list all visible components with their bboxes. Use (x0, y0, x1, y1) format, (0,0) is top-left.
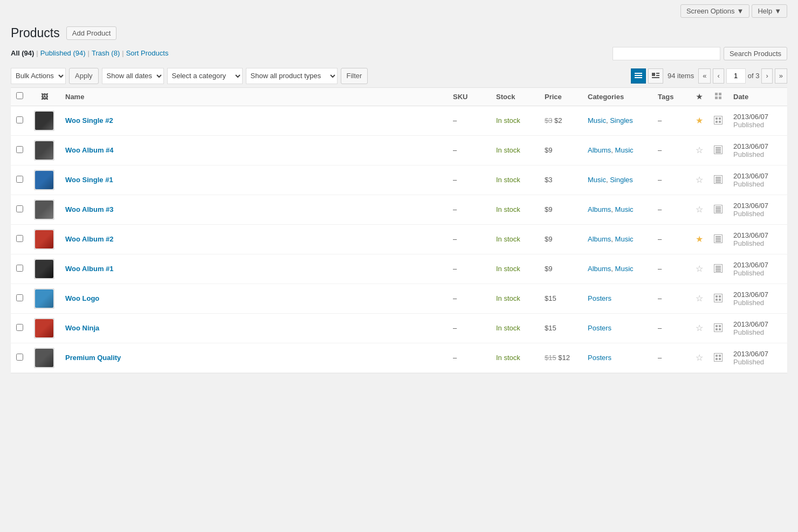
subnav-sort[interactable]: Sort Products (126, 49, 169, 57)
row-checkbox[interactable] (16, 116, 23, 123)
product-featured[interactable]: ★ (690, 106, 708, 135)
product-featured[interactable]: ☆ (690, 195, 708, 224)
star-empty-icon[interactable]: ☆ (696, 323, 703, 333)
product-name-link[interactable]: Woo Ninja (65, 324, 99, 332)
subnav-trash-link[interactable]: Trash (8) (92, 49, 120, 57)
row-checkbox[interactable] (16, 324, 23, 331)
download-type-icon[interactable] (714, 205, 723, 213)
category-link[interactable]: Music (615, 146, 634, 154)
row-checkbox[interactable] (16, 205, 23, 212)
excerpt-view-icon[interactable] (648, 68, 663, 84)
filter-button[interactable]: Filter (341, 68, 368, 84)
show-all-dates-select[interactable]: Show all dates (102, 68, 164, 84)
grid-type-icon[interactable] (714, 116, 723, 125)
col-tags[interactable]: Tags (652, 87, 690, 106)
star-empty-icon[interactable]: ☆ (696, 205, 703, 214)
product-type-icon[interactable] (708, 284, 728, 313)
product-featured[interactable]: ☆ (690, 135, 708, 165)
col-sku[interactable]: SKU (448, 87, 491, 106)
product-type-icon[interactable] (708, 195, 728, 224)
pagination-current-input[interactable] (726, 68, 746, 84)
pagination-first[interactable]: « (698, 68, 711, 84)
product-type-icon[interactable] (708, 224, 728, 254)
category-link[interactable]: Posters (588, 294, 611, 302)
product-type-icon[interactable] (708, 135, 728, 165)
product-name-link[interactable]: Woo Album #1 (65, 265, 114, 273)
category-link[interactable]: Music (588, 116, 606, 125)
download-type-icon[interactable] (714, 264, 723, 273)
category-link[interactable]: Posters (588, 324, 611, 332)
screen-options-button[interactable]: Screen Options ▼ (680, 4, 749, 18)
product-type-icon[interactable] (708, 313, 728, 343)
add-product-button[interactable]: Add Product (66, 26, 117, 40)
subnav-sort-link[interactable]: Sort Products (126, 49, 169, 57)
col-name[interactable]: Name (60, 87, 448, 106)
star-empty-icon[interactable]: ☆ (696, 264, 703, 273)
product-type-icon[interactable] (708, 165, 728, 195)
category-link[interactable]: Singles (610, 116, 633, 125)
category-link[interactable]: Albums (588, 235, 611, 243)
product-name-link[interactable]: Woo Album #3 (65, 205, 114, 213)
grid-type-icon[interactable] (714, 294, 723, 302)
download-type-icon[interactable] (714, 175, 723, 184)
star-filled-icon[interactable]: ★ (696, 116, 703, 125)
category-link[interactable]: Music (588, 176, 606, 184)
select-all-checkbox[interactable] (16, 92, 23, 99)
pagination-last[interactable]: » (775, 68, 787, 84)
col-categories[interactable]: Categories (582, 87, 652, 106)
download-type-icon[interactable] (714, 234, 723, 243)
category-link[interactable]: Albums (588, 265, 611, 273)
apply-button[interactable]: Apply (69, 68, 99, 84)
product-name-link[interactable]: Woo Album #2 (65, 235, 114, 243)
product-name-link[interactable]: Woo Logo (65, 294, 99, 302)
col-stock[interactable]: Stock (491, 87, 539, 106)
row-checkbox[interactable] (16, 294, 23, 301)
subnav-all-link[interactable]: All (94) (11, 49, 34, 57)
col-date[interactable]: Date (728, 87, 787, 106)
row-checkbox[interactable] (16, 176, 23, 183)
row-checkbox[interactable] (16, 235, 23, 242)
product-name-link[interactable]: Woo Single #2 (65, 116, 113, 125)
product-featured[interactable]: ★ (690, 224, 708, 254)
help-button[interactable]: Help ▼ (752, 4, 787, 18)
bulk-actions-select[interactable]: Bulk Actions (11, 68, 66, 84)
search-products-button[interactable]: Search Products (724, 47, 787, 60)
product-featured[interactable]: ☆ (690, 313, 708, 343)
col-price[interactable]: Price (539, 87, 582, 106)
subnav-all[interactable]: All (94) (11, 49, 34, 57)
row-checkbox[interactable] (16, 354, 23, 361)
subnav-trash[interactable]: Trash (8) (92, 49, 120, 57)
product-name-link[interactable]: Premium Quality (65, 354, 121, 362)
subnav-published-link[interactable]: Published (94) (40, 49, 86, 57)
category-link[interactable]: Singles (610, 176, 633, 184)
list-view-icon[interactable] (631, 68, 646, 84)
star-empty-icon[interactable]: ☆ (696, 175, 703, 184)
category-link[interactable]: Albums (588, 205, 611, 213)
star-filled-icon[interactable]: ★ (696, 234, 703, 244)
star-empty-icon[interactable]: ☆ (696, 146, 703, 155)
category-link[interactable]: Posters (588, 354, 611, 362)
category-link[interactable]: Music (615, 235, 634, 243)
grid-type-icon[interactable] (714, 353, 723, 362)
product-type-icon[interactable] (708, 254, 728, 284)
category-link[interactable]: Albums (588, 146, 611, 154)
star-empty-icon[interactable]: ☆ (696, 353, 703, 362)
pagination-prev[interactable]: ‹ (713, 68, 724, 84)
select-category-select[interactable]: Select a category (167, 68, 243, 84)
category-link[interactable]: Music (615, 205, 634, 213)
pagination-next[interactable]: › (761, 68, 772, 84)
category-link[interactable]: Music (615, 265, 634, 273)
row-checkbox[interactable] (16, 146, 23, 153)
star-empty-icon[interactable]: ☆ (696, 294, 703, 303)
search-input[interactable] (613, 47, 720, 60)
subnav-published[interactable]: Published (94) (40, 49, 86, 57)
product-featured[interactable]: ☆ (690, 284, 708, 313)
grid-type-icon[interactable] (714, 323, 723, 332)
product-name-link[interactable]: Woo Album #4 (65, 146, 114, 154)
product-type-icon[interactable] (708, 343, 728, 372)
product-type-icon[interactable] (708, 106, 728, 135)
product-featured[interactable]: ☆ (690, 254, 708, 284)
download-type-icon[interactable] (714, 146, 723, 154)
show-all-types-select[interactable]: Show all product types (246, 68, 338, 84)
row-checkbox[interactable] (16, 265, 23, 272)
